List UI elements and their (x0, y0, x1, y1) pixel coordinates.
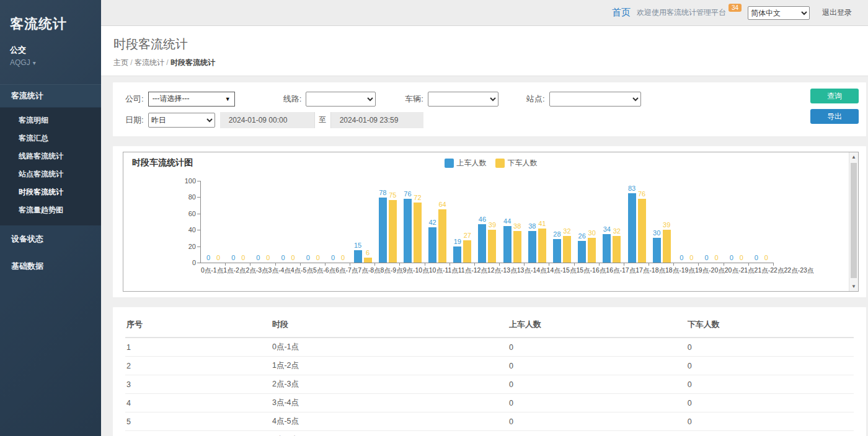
date-to-input[interactable]: 2024-01-09 23:59 (331, 112, 423, 128)
home-link[interactable]: 首页 (612, 7, 631, 19)
sidebar-submenu-item[interactable]: 客流明细 (0, 111, 101, 129)
chart-bar[interactable] (488, 230, 496, 263)
chart-bar[interactable] (389, 200, 397, 263)
chart-bar-column: 0 (264, 181, 272, 263)
chart-bar[interactable] (603, 234, 611, 263)
logout-link[interactable]: 退出登录 (822, 7, 852, 18)
chart-bar[interactable] (613, 236, 621, 263)
table-row: 43点-4点00 (125, 394, 854, 412)
chart-bar[interactable] (428, 227, 436, 263)
chart-bar-column: 0 (762, 181, 770, 263)
chart-bar-column: 0 (329, 181, 337, 263)
date-label: 日期: (125, 115, 144, 126)
chart-bar[interactable] (638, 199, 646, 263)
chart-bar[interactable] (379, 198, 387, 263)
org-code-dropdown[interactable]: AQGJ▾ (10, 58, 91, 67)
x-axis-category-label: 3点-4点 (268, 266, 291, 275)
chart-category-group: 00 (749, 181, 774, 263)
breadcrumb-item[interactable]: 客流统计 (135, 58, 170, 67)
chart-plot-area: 0000000000001567875767242641927463944383… (200, 181, 774, 263)
chart-bar-column: 0 (205, 181, 213, 263)
breadcrumb-item[interactable]: 主页 (113, 58, 135, 67)
chart-bar[interactable] (578, 241, 586, 263)
chart-bar[interactable] (438, 209, 446, 263)
chart-bar[interactable] (478, 224, 486, 263)
page-title: 时段客流统计 (113, 36, 868, 53)
bar-value-label: 19 (454, 238, 461, 246)
chart-category-group: 4264 (425, 181, 450, 263)
x-axis-category-label: 13点-14点 (517, 266, 547, 275)
filter-panel: 公司: ---请选择--- ▼ 线路: 车辆: 站点: 日期: 昨日 (113, 82, 866, 136)
chart-category-group: 4639 (475, 181, 500, 263)
chart-bar[interactable] (563, 236, 571, 263)
sidebar-submenu-item[interactable]: 客流汇总 (0, 129, 101, 147)
bar-value-label: 6 (366, 249, 370, 257)
table-cell: 6 (125, 431, 271, 436)
scroll-up-icon[interactable]: ▲ (849, 154, 858, 160)
query-button[interactable]: 查询 (810, 89, 859, 103)
company-select[interactable]: ---请选择--- ▼ (148, 92, 235, 107)
table-header-row: 序号 时段 上车人数 下车人数 (125, 312, 854, 338)
date-from-input[interactable]: 2024-01-09 00:00 (220, 112, 314, 128)
chart-bar[interactable] (628, 193, 636, 263)
export-button[interactable]: 导出 (810, 109, 859, 124)
language-select[interactable]: 简体中文 (748, 6, 810, 20)
chart-bar[interactable] (364, 258, 372, 263)
sidebar-item-base-data[interactable]: 基础数据 (0, 253, 101, 280)
chart-bar-column: 0 (314, 181, 322, 263)
table-cell: 1 (125, 338, 271, 357)
sidebar-submenu-item[interactable]: 线路客流统计 (0, 147, 101, 165)
chart-bar-column: 32 (563, 181, 571, 263)
chart-bar[interactable] (538, 229, 546, 263)
x-axis-category-label: 5点-6点 (313, 266, 335, 275)
bar-value-label: 38 (528, 222, 536, 230)
sidebar-submenu-item[interactable]: 时段客流统计 (0, 183, 101, 201)
chart-category-group: 3432 (600, 181, 624, 263)
table-cell: 0 (686, 431, 854, 436)
x-axis-category-label: 11点-12点 (458, 266, 487, 275)
sidebar-item-device-status[interactable]: 设备状态 (0, 225, 101, 253)
table-cell: 0 (508, 394, 686, 412)
chart-bar[interactable] (453, 246, 461, 263)
date-preset-select[interactable]: 昨日 (148, 113, 215, 128)
chart-bar-column: 0 (304, 181, 312, 263)
legend-label: 下车人数 (508, 158, 538, 168)
notification-badge[interactable]: 34 (728, 4, 742, 12)
bar-value-label: 0 (206, 254, 210, 262)
chart-bar[interactable] (404, 199, 412, 263)
vehicle-select[interactable] (428, 92, 498, 107)
chart-bar[interactable] (354, 250, 362, 263)
chart-bar[interactable] (553, 239, 561, 263)
chart-bar[interactable] (653, 238, 661, 263)
chart-bar[interactable] (414, 203, 422, 263)
chart-bar[interactable] (513, 231, 521, 263)
legend-item[interactable]: 上车人数 (445, 158, 487, 168)
chart-legend: 上车人数下车人数 (123, 158, 858, 168)
legend-item[interactable]: 下车人数 (495, 158, 538, 168)
chart-bar-column: 6 (364, 181, 372, 263)
line-select[interactable] (306, 92, 376, 107)
chart-category-group: 00 (226, 181, 250, 263)
sidebar-submenu-item[interactable]: 站点客流统计 (0, 165, 101, 183)
chart-category-group: 00 (276, 181, 301, 263)
chart-scrollbar[interactable]: ▲ ▼ (849, 152, 858, 291)
station-select[interactable] (549, 92, 641, 107)
sidebar-section-passenger-stats[interactable]: 客流统计 (0, 84, 101, 108)
chart-bar[interactable] (663, 230, 671, 263)
scrollbar-thumb[interactable] (851, 163, 857, 278)
chart-bar[interactable] (528, 231, 536, 263)
table-cell: 5 (125, 412, 271, 431)
bar-value-label: 0 (266, 254, 270, 262)
chart-bar-column: 28 (553, 181, 561, 263)
chart-bar[interactable] (503, 226, 512, 263)
chart-bar[interactable] (588, 238, 596, 263)
scroll-down-icon[interactable]: ▼ (849, 284, 858, 289)
chart-bar-column: 0 (737, 181, 745, 263)
chart-category-group: 00 (301, 181, 326, 263)
x-axis-category-label: 14点-15点 (547, 266, 577, 275)
sidebar-submenu-item[interactable]: 客流量趋势图 (0, 201, 101, 219)
chart-bar-column: 0 (215, 181, 223, 263)
filter-row-2: 日期: 昨日 2024-01-09 00:00 至 2024-01-09 23:… (125, 111, 779, 128)
chart-bar[interactable] (463, 240, 471, 263)
bar-value-label: 0 (331, 254, 335, 262)
